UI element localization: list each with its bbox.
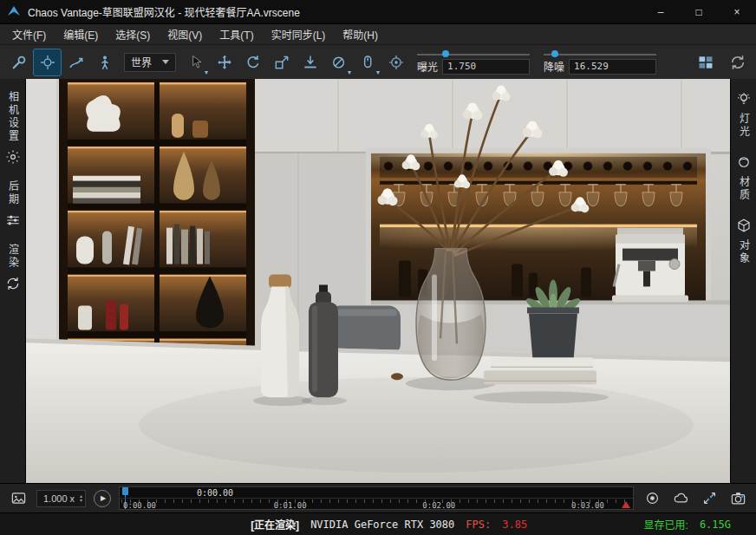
window-title: Chaos Vantage-草图联盟网汉化 - 现代轻奢餐厅AA.vrscene <box>28 4 300 19</box>
rotate-icon <box>244 54 262 71</box>
tab-post-processing-label: 后期 <box>8 180 18 206</box>
render-scene <box>26 79 730 483</box>
snapshot-gallery-button[interactable] <box>8 488 29 509</box>
exposure-slider[interactable] <box>417 50 530 59</box>
object-cube-icon <box>736 218 752 233</box>
playhead-marker[interactable] <box>122 487 128 495</box>
play-icon: ▶ <box>101 494 106 502</box>
denoise-slider[interactable] <box>544 50 656 59</box>
denoise-label: 降噪 <box>544 59 564 74</box>
tab-post-processing[interactable]: 后期 <box>5 180 21 228</box>
focus-crosshair-icon <box>388 54 405 71</box>
play-button[interactable]: ▶ <box>94 490 111 507</box>
record-icon <box>644 490 661 506</box>
minimize-button[interactable]: – <box>642 0 680 23</box>
place-on-surface-button[interactable] <box>297 49 323 75</box>
vram-label: 显存已用: <box>644 517 688 532</box>
timeline-ruler: 0:00.00 0:01.00 0:02.00 0:03.00 <box>120 498 633 509</box>
maximize-button[interactable]: □ <box>680 0 718 23</box>
denoise-input[interactable] <box>569 59 656 75</box>
menu-item-help[interactable]: 帮助(H) <box>334 24 387 44</box>
material-sphere-icon <box>736 154 752 170</box>
fps-label: FPS: <box>466 519 491 531</box>
timeline-bar: 1.000 x ▴ ▾ ▶ 0:00.00 0:00.00 0:01.00 0:… <box>0 483 756 512</box>
tab-materials[interactable]: 材质 <box>736 154 752 202</box>
light-icon <box>736 91 752 107</box>
render-loop-icon <box>5 276 21 291</box>
gpu-name: NVIDIA GeForce RTX 3080 <box>310 519 454 531</box>
menu-item-select[interactable]: 选择(S) <box>107 24 159 44</box>
right-sidebar: 灯光 材质 对象 <box>730 79 756 483</box>
mouse-bindings-button[interactable]: ▾ <box>354 49 381 75</box>
walk-path-icon <box>68 54 85 71</box>
window-controls: – □ × <box>642 0 756 23</box>
speed-value: 1.000 x <box>43 493 75 504</box>
orbit-navigate-button[interactable] <box>34 49 61 75</box>
scale-icon <box>273 54 290 71</box>
stepper-down-icon[interactable]: ▾ <box>80 499 82 503</box>
viewport-layout-button[interactable] <box>692 49 719 75</box>
fullscreen-button[interactable] <box>699 488 720 509</box>
tick-label: 0:03.00 <box>571 501 604 510</box>
tab-lights-label: 灯光 <box>739 113 749 139</box>
camera-capture-icon <box>730 490 746 506</box>
move-icon <box>216 54 233 71</box>
exposure-input[interactable] <box>442 59 530 75</box>
scale-tool-button[interactable] <box>268 49 295 75</box>
viewport[interactable] <box>26 79 730 483</box>
fps-value: 3.85 <box>502 519 527 531</box>
mouse-icon <box>359 54 376 71</box>
tick-label: 0:02.00 <box>422 501 455 510</box>
coordinate-space-select[interactable]: 世界 <box>124 53 176 72</box>
tab-lights[interactable]: 灯光 <box>736 91 752 139</box>
focus-pick-button[interactable] <box>382 49 409 75</box>
camera-lock-button[interactable]: ▾ <box>325 49 352 75</box>
caret-icon: ▾ <box>376 69 380 76</box>
cloud-render-button[interactable] <box>670 488 691 509</box>
rotate-tool-button[interactable] <box>239 49 266 75</box>
move-tool-button[interactable] <box>211 49 238 75</box>
wrench-tool-button[interactable] <box>5 49 32 75</box>
refresh-icon <box>729 54 746 71</box>
select-cursor-button[interactable]: ▾ <box>182 49 209 75</box>
tab-materials-label: 材质 <box>739 176 749 202</box>
orbit-navigate-icon <box>39 54 56 71</box>
tab-camera-settings-label: 相机设置 <box>8 91 18 143</box>
close-button[interactable]: × <box>718 0 756 23</box>
menu-item-livesync[interactable]: 实时同步(L) <box>263 24 335 44</box>
walkthrough-path-button[interactable] <box>62 49 89 75</box>
wrench-icon <box>10 54 28 71</box>
screenshot-button[interactable] <box>727 488 748 509</box>
place-target-icon <box>302 54 319 71</box>
exposure-slider-handle[interactable] <box>442 50 449 57</box>
person-view-button[interactable] <box>91 49 118 75</box>
denoise-slider-handle[interactable] <box>551 50 558 57</box>
left-sidebar: 相机设置 后期 渲染 <box>0 79 26 483</box>
person-icon <box>96 54 114 71</box>
current-time: 0:00.00 <box>197 488 233 498</box>
camera-disabled-icon <box>330 54 348 71</box>
vram-value: 6.15G <box>700 519 731 531</box>
menu-item-view[interactable]: 视图(V) <box>159 24 211 44</box>
menu-item-edit[interactable]: 编辑(E) <box>55 24 107 44</box>
expand-arrows-icon <box>701 490 718 506</box>
caret-icon: ▾ <box>205 69 208 76</box>
tab-objects[interactable]: 对象 <box>736 218 752 265</box>
menu-item-file[interactable]: 文件(F) <box>3 24 55 44</box>
playback-speed-stepper[interactable]: 1.000 x ▴ ▾ <box>36 490 86 507</box>
reset-view-button[interactable] <box>724 49 751 75</box>
tick-label: 0:01.00 <box>274 501 307 510</box>
menu-item-tools[interactable]: 工具(T) <box>211 24 262 44</box>
layout-grid-icon <box>697 54 714 71</box>
stepper-arrows[interactable]: ▴ ▾ <box>80 494 82 503</box>
titlebar: Chaos Vantage-草图联盟网汉化 - 现代轻奢餐厅AA.vrscene… <box>0 0 756 23</box>
exposure-label: 曝光 <box>417 59 438 74</box>
tab-camera-settings[interactable]: 相机设置 <box>5 91 21 165</box>
timeline-track[interactable]: 0:00.00 0:00.00 0:01.00 0:02.00 0:03.00 <box>119 486 634 510</box>
camera-settings-gear-icon <box>5 149 21 165</box>
record-button[interactable] <box>642 488 662 509</box>
caret-icon: ▾ <box>348 69 351 76</box>
cloud-icon <box>673 490 689 506</box>
tab-objects-label: 对象 <box>739 239 749 265</box>
tab-render[interactable]: 渲染 <box>5 244 21 291</box>
